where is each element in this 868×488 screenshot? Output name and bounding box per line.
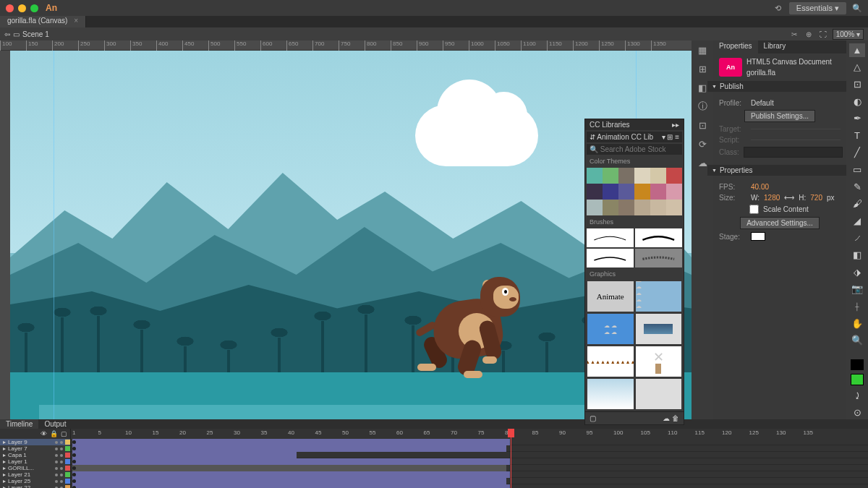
width-value[interactable]: 1280 xyxy=(764,194,780,202)
scene-back-icon[interactable]: ⇦ xyxy=(4,30,10,38)
brush-item[interactable] xyxy=(635,228,682,247)
frames-area[interactable]: 1510152025303540455055606570758085909510… xyxy=(71,429,868,488)
search-icon[interactable]: 🔍 xyxy=(852,3,862,13)
class-input[interactable] xyxy=(744,147,843,158)
color-swatch[interactable] xyxy=(666,200,682,215)
zoom-input[interactable]: 100% ▾ xyxy=(833,29,864,40)
graphic-item[interactable]: ✕ xyxy=(636,346,682,377)
stroke-color[interactable] xyxy=(851,359,864,371)
color-swatch[interactable] xyxy=(650,184,666,200)
link-wh-icon[interactable]: ⟷ xyxy=(784,194,794,202)
color-swatch[interactable] xyxy=(634,184,650,200)
maximize-window-button[interactable] xyxy=(30,4,38,12)
fit-icon[interactable]: ⛶ xyxy=(818,29,828,39)
clip-icon[interactable]: ✂ xyxy=(789,29,799,39)
timeline-layer[interactable]: ▸Layer 21 xyxy=(0,471,70,478)
graphic-item[interactable]: ☁☁☁☁☁☁☁☁☁☁ xyxy=(636,281,682,312)
stage-color-swatch[interactable] xyxy=(751,232,765,241)
color-swatch[interactable] xyxy=(603,200,618,215)
color-swatch[interactable] xyxy=(618,168,634,184)
transform-panel-icon[interactable]: ⊡ xyxy=(696,119,709,132)
close-window-button[interactable] xyxy=(6,4,14,12)
color-swatch[interactable] xyxy=(618,200,634,215)
panel-menu-icon[interactable]: ▸▸ xyxy=(672,121,679,129)
visibility-header-icon[interactable]: 👁 xyxy=(41,430,47,437)
lib-cloud-icon[interactable]: ☁ xyxy=(663,414,670,422)
playhead[interactable] xyxy=(511,429,511,488)
publish-section-header[interactable]: Publish xyxy=(707,81,852,92)
color-swatch[interactable] xyxy=(587,200,603,215)
tab-properties[interactable]: Properties xyxy=(713,40,758,53)
paint-bucket-tool[interactable]: ◢ xyxy=(849,214,865,228)
color-swatch[interactable] xyxy=(587,168,603,184)
selection-tool[interactable]: ▲ xyxy=(849,43,865,57)
fps-value[interactable]: 40.00 xyxy=(751,183,769,191)
scene-breadcrumb[interactable]: ⇦ ▭ Scene 1 xyxy=(4,30,49,38)
swap-colors-icon[interactable]: ⤸ xyxy=(849,389,865,403)
color-swatch[interactable] xyxy=(603,168,618,184)
workspace-selector[interactable]: Essentials ▾ xyxy=(789,2,846,14)
color-swatch[interactable] xyxy=(666,184,682,200)
sync-icon[interactable]: ⟲ xyxy=(773,3,783,13)
lasso-tool[interactable]: ◐ xyxy=(849,95,865,108)
tab-output[interactable]: Output xyxy=(38,419,72,429)
timeline-layer[interactable]: ▸GORILL... xyxy=(0,465,70,471)
color-swatch[interactable] xyxy=(650,200,666,215)
fill-color[interactable] xyxy=(851,374,864,385)
timeline-layer[interactable]: ▸Layer 9 xyxy=(0,439,70,445)
layer-track[interactable] xyxy=(71,484,868,488)
color-swatch[interactable] xyxy=(634,200,650,215)
free-transform-tool[interactable]: ⊡ xyxy=(849,77,865,91)
camera-tool[interactable]: 📷 xyxy=(849,283,865,296)
hand-tool[interactable]: ✋ xyxy=(849,317,865,330)
pencil-tool[interactable]: ✎ xyxy=(849,180,865,194)
graphic-item[interactable] xyxy=(636,314,682,344)
height-value[interactable]: 720 xyxy=(810,194,822,202)
lib-add-icon[interactable]: ▢ xyxy=(590,414,596,422)
layer-track[interactable] xyxy=(71,439,868,445)
eraser-tool[interactable]: ◧ xyxy=(849,248,865,262)
document-tab[interactable]: gorilla.fla (Canvas) × xyxy=(0,16,86,27)
lock-header-icon[interactable]: 🔒 xyxy=(50,430,58,437)
timeline-layer[interactable]: ▸Layer 1 xyxy=(0,458,70,465)
swatches-panel-icon[interactable]: ⊞ xyxy=(696,62,709,75)
pen-tool[interactable]: ✒ xyxy=(849,111,865,125)
snap-toggle[interactable]: ⊙ xyxy=(849,406,865,419)
publish-settings-button[interactable]: Publish Settings... xyxy=(744,110,815,122)
layer-track[interactable] xyxy=(71,471,868,478)
line-tool[interactable]: ╱ xyxy=(849,146,865,160)
layer-track[interactable] xyxy=(71,458,868,465)
graphic-item[interactable] xyxy=(587,379,634,409)
layer-track[interactable] xyxy=(71,452,868,458)
layer-track[interactable] xyxy=(71,465,868,471)
tab-library[interactable]: Library xyxy=(758,40,792,53)
stock-search-input[interactable]: 🔍 Search Adobe Stock xyxy=(587,144,682,155)
layer-track[interactable] xyxy=(71,445,868,452)
tab-timeline[interactable]: Timeline xyxy=(0,419,38,429)
library-selector[interactable]: ⇵ Animation CC Lib▾ ⊞ ≡ xyxy=(587,132,682,142)
color-swatch[interactable] xyxy=(634,168,650,184)
info-panel-icon[interactable]: ⓘ xyxy=(696,100,709,113)
eyedropper-tool[interactable]: ⟋ xyxy=(849,231,865,245)
layer-track[interactable] xyxy=(71,478,868,484)
color-swatch[interactable] xyxy=(603,184,618,200)
close-tab-icon[interactable]: × xyxy=(74,17,78,25)
brush-tool[interactable]: 🖌 xyxy=(849,197,865,210)
frame-ruler[interactable]: 1510152025303540455055606570758085909510… xyxy=(71,429,868,439)
gorilla-character[interactable] xyxy=(419,264,527,380)
graphic-item[interactable] xyxy=(636,379,682,409)
timeline-layer[interactable]: ▸Layer 22 xyxy=(0,484,70,488)
center-stage-icon[interactable]: ⊕ xyxy=(804,29,814,39)
outline-header-icon[interactable]: ▢ xyxy=(61,430,67,437)
history-panel-icon[interactable]: ⟳ xyxy=(696,137,709,150)
brush-item[interactable] xyxy=(635,249,682,267)
zoom-tool[interactable]: 🔍 xyxy=(849,333,865,347)
align-panel-icon[interactable]: ▦ xyxy=(696,43,709,56)
brush-item[interactable] xyxy=(587,249,634,267)
timeline-layer[interactable]: ▸Layer 7 xyxy=(0,445,70,452)
rectangle-tool[interactable]: ▭ xyxy=(849,163,865,176)
bone-tool[interactable]: ⟊ xyxy=(849,299,865,313)
guide-line[interactable] xyxy=(54,51,54,419)
minimize-window-button[interactable] xyxy=(18,4,26,12)
subselection-tool[interactable]: △ xyxy=(849,61,865,74)
